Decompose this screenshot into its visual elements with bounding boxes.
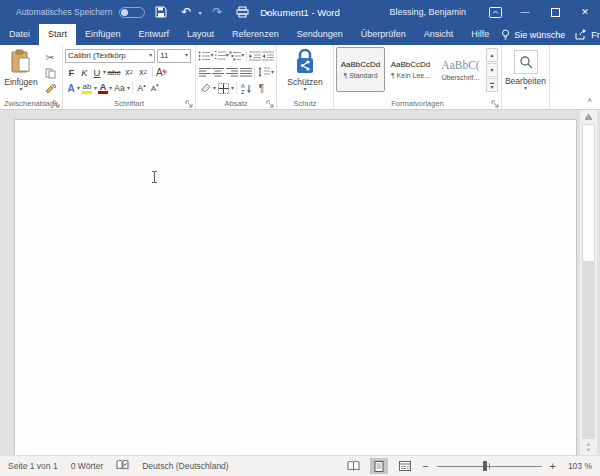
- language-indicator[interactable]: Deutsch (Deutschland): [142, 461, 228, 471]
- shading-icon[interactable]: [198, 81, 213, 95]
- underline-button[interactable]: U: [91, 65, 103, 79]
- group-label-protect: Schutz: [277, 99, 333, 108]
- read-mode-button[interactable]: [344, 458, 362, 474]
- style-name: ¶ Kein Lee...: [391, 72, 430, 79]
- tab-sendungen[interactable]: Sendungen: [288, 24, 352, 45]
- line-spacing-icon[interactable]: [257, 65, 271, 79]
- highlight-color-button[interactable]: ab: [80, 81, 94, 95]
- undo-button[interactable]: ↶: [177, 3, 195, 21]
- document-area[interactable]: ˄ ˅: [0, 110, 600, 455]
- scrollbar-top-button[interactable]: [580, 110, 597, 123]
- print-layout-button[interactable]: [370, 458, 388, 474]
- user-name[interactable]: Blessing, Benjamin: [389, 7, 466, 17]
- font-color-button[interactable]: A: [97, 81, 109, 95]
- group-font: Calibri (Textkörp ▾ 11 ▾ F K U ▾ abc x2 …: [63, 45, 196, 109]
- clear-formatting-icon[interactable]: A: [155, 65, 170, 79]
- cut-icon[interactable]: ✂: [43, 50, 58, 64]
- align-right-icon[interactable]: [225, 65, 239, 79]
- multilevel-list-icon[interactable]: [229, 49, 241, 63]
- redo-button[interactable]: ↷: [208, 3, 226, 21]
- undo-dropdown-caret[interactable]: ▾: [198, 9, 201, 16]
- collapse-ribbon-icon[interactable]: ˄: [587, 96, 592, 105]
- tab-hilfe[interactable]: Hilfe: [462, 24, 498, 45]
- style-card-heading1[interactable]: AaBbC( Überschrif...: [436, 47, 485, 92]
- text-effects-button[interactable]: A: [65, 81, 77, 95]
- styles-scroll-up-button[interactable]: ▴: [486, 48, 498, 62]
- tab-layout[interactable]: Layout: [178, 24, 223, 45]
- strikethrough-button[interactable]: abc: [106, 65, 122, 79]
- group-label-font: Schriftart: [63, 99, 195, 108]
- paste-button[interactable]: Einfügen ▾: [2, 47, 40, 96]
- multilevel-caret[interactable]: ▾: [241, 53, 244, 58]
- grow-font-button[interactable]: A▴: [135, 81, 148, 95]
- increase-indent-icon[interactable]: [262, 49, 274, 63]
- tab-referenzen[interactable]: Referenzen: [223, 24, 288, 45]
- decrease-indent-icon[interactable]: [249, 49, 261, 63]
- align-center-icon[interactable]: [212, 65, 226, 79]
- maximize-button[interactable]: [540, 0, 570, 24]
- align-left-icon[interactable]: [198, 65, 212, 79]
- italic-button[interactable]: K: [78, 65, 91, 79]
- tab-datei[interactable]: Datei: [0, 24, 39, 45]
- font-name-select[interactable]: Calibri (Textkörp ▾: [65, 49, 155, 63]
- save-icon[interactable]: [152, 3, 170, 21]
- zoom-slider[interactable]: [437, 461, 542, 471]
- change-case-button[interactable]: Aa: [112, 81, 127, 95]
- group-protect: Schützen ▾ Schutz: [277, 45, 334, 109]
- page-indicator[interactable]: Seite 1 von 1: [8, 461, 58, 471]
- zoom-out-button[interactable]: −: [422, 460, 428, 472]
- subscript-button[interactable]: x2: [122, 65, 136, 79]
- superscript-button[interactable]: x2: [136, 65, 150, 79]
- styles-gallery-more-button[interactable]: ▬ ▾: [486, 78, 498, 92]
- scrollbar-track[interactable]: [582, 262, 595, 439]
- next-page-button[interactable]: ˅: [587, 448, 591, 453]
- document-page[interactable]: [14, 119, 577, 455]
- styles-scroll-down-button[interactable]: ▾: [486, 63, 498, 77]
- protect-button[interactable]: Schützen ▾: [279, 47, 331, 92]
- format-painter-icon[interactable]: [43, 82, 58, 96]
- show-paragraph-marks-button[interactable]: ¶: [254, 81, 269, 95]
- font-dialog-launcher[interactable]: [185, 100, 193, 108]
- bold-button[interactable]: F: [65, 65, 78, 79]
- tab-start[interactable]: Start: [39, 24, 76, 45]
- justify-icon[interactable]: [239, 65, 253, 79]
- styles-dialog-launcher[interactable]: [491, 100, 499, 108]
- tab-ansicht[interactable]: Ansicht: [415, 24, 463, 45]
- scrollbar-thumb[interactable]: [582, 124, 595, 262]
- font-color-bar: [98, 91, 108, 94]
- shrink-font-button[interactable]: A▾: [148, 81, 161, 95]
- paragraph-dialog-launcher[interactable]: [266, 100, 274, 108]
- tab-entwurf[interactable]: Entwurf: [130, 24, 179, 45]
- font-size-select[interactable]: 11 ▾: [157, 49, 191, 63]
- share-button[interactable]: Freigeben: [572, 29, 600, 40]
- bullets-icon[interactable]: [198, 49, 210, 63]
- copy-icon[interactable]: [43, 66, 58, 80]
- line-spacing-caret[interactable]: ▾: [271, 70, 274, 75]
- qat-customize-caret[interactable]: ▾: [258, 3, 276, 21]
- clipboard-dialog-launcher[interactable]: [52, 100, 60, 108]
- minimize-button[interactable]: —: [510, 0, 540, 24]
- print-icon[interactable]: [233, 3, 251, 21]
- zoom-in-button[interactable]: +: [550, 460, 556, 472]
- autosave-toggle[interactable]: [119, 7, 145, 18]
- editing-button[interactable]: Bearbeiten ▾: [504, 47, 547, 91]
- zoom-slider-thumb[interactable]: [483, 461, 487, 471]
- numbering-icon[interactable]: [213, 49, 225, 63]
- close-button[interactable]: ✕: [570, 0, 600, 24]
- tab-einfuegen[interactable]: Einfügen: [76, 24, 130, 45]
- proofing-icon[interactable]: [116, 460, 129, 472]
- web-layout-button[interactable]: [396, 458, 414, 474]
- font-name-value: Calibri (Textkörp: [68, 51, 126, 60]
- borders-caret[interactable]: ▾: [231, 86, 234, 91]
- word-count[interactable]: 0 Wörter: [71, 461, 104, 471]
- zoom-level[interactable]: 103 %: [564, 461, 592, 471]
- tab-ueberpruefen[interactable]: Überprüfen: [352, 24, 415, 45]
- style-card-no-spacing[interactable]: AaBbCcDd ¶ Kein Lee...: [386, 47, 435, 92]
- change-case-caret[interactable]: ▾: [127, 86, 130, 91]
- vertical-scrollbar[interactable]: ˄ ˅: [580, 110, 597, 455]
- sort-icon[interactable]: AZ: [239, 81, 254, 95]
- ribbon-display-options-icon[interactable]: [480, 0, 510, 24]
- borders-icon[interactable]: [216, 81, 231, 95]
- tellme-button[interactable]: Sie wünsche: [498, 29, 568, 41]
- style-card-standard[interactable]: AaBbCcDd ¶ Standard: [336, 47, 385, 92]
